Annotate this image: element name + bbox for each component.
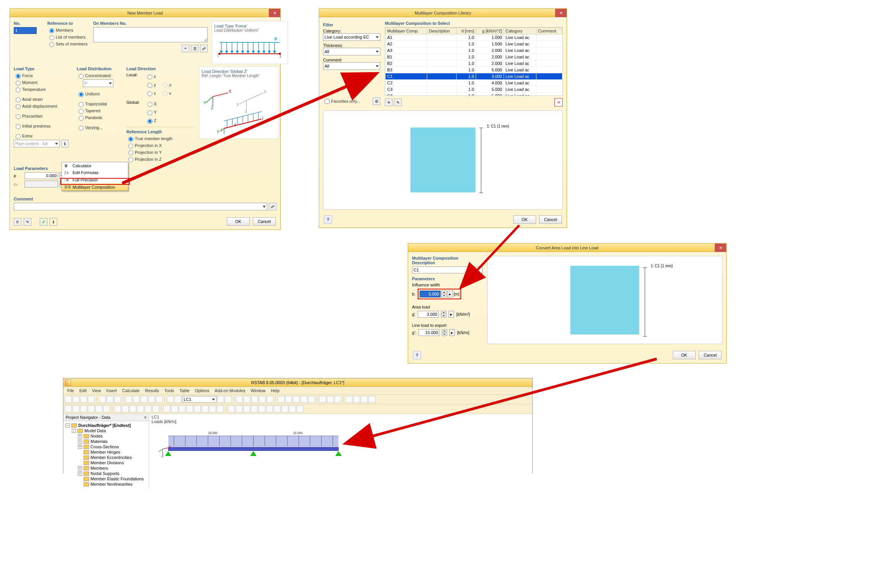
menu-options[interactable]: Options	[192, 388, 212, 394]
fav-settings-icon[interactable]: ⚙	[373, 97, 380, 105]
tool-icon[interactable]	[217, 405, 224, 412]
close-icon[interactable]: ✕	[269, 9, 280, 17]
tool-icon[interactable]	[167, 396, 174, 403]
tool-icon[interactable]	[99, 396, 106, 403]
lt-precamber-radio[interactable]	[16, 114, 21, 119]
tool-icon[interactable]	[171, 405, 178, 412]
canvas[interactable]: LC1Loads [kN/m]	[149, 414, 532, 488]
table-row[interactable]: A31.02.000Live Load ac	[386, 47, 562, 54]
pick-members-icon[interactable]: ⌖	[182, 45, 189, 52]
comment-field[interactable]	[14, 203, 267, 210]
tool-icon[interactable]	[236, 396, 243, 403]
menu-file[interactable]: File	[65, 388, 76, 394]
on-members-field[interactable]	[93, 27, 208, 42]
lt-initial-prestress-radio[interactable]	[16, 124, 21, 129]
dir-local-y-radio[interactable]	[147, 83, 152, 88]
menu-add-on-modules[interactable]: Add-on Modules	[212, 388, 247, 394]
tool-icon[interactable]	[174, 396, 181, 403]
tool-icon[interactable]	[137, 405, 144, 412]
ld-concentrated-radio[interactable]	[79, 74, 84, 79]
extra-info-icon[interactable]: ℹ	[61, 140, 69, 147]
tool-icon[interactable]	[95, 405, 102, 412]
tree-toggle[interactable]: +	[78, 472, 82, 476]
tool-icon[interactable]	[251, 405, 258, 412]
dir-local-z-radio[interactable]	[147, 91, 152, 96]
tool-icon[interactable]	[251, 396, 258, 403]
cancel-button[interactable]: Cancel	[699, 351, 722, 359]
tool-icon[interactable]	[368, 396, 375, 403]
comment-library-icon[interactable]: ☍	[269, 203, 276, 210]
library-icon[interactable]: ☍	[200, 45, 208, 52]
lt-temperature-radio[interactable]	[16, 87, 21, 92]
ref-list-radio[interactable]	[49, 35, 54, 40]
ok-button[interactable]: OK	[227, 217, 250, 226]
ok-button[interactable]: OK	[673, 351, 696, 359]
tool-icon[interactable]	[281, 405, 288, 412]
apply-icon[interactable]: ✓	[40, 218, 47, 226]
tool-icon[interactable]	[163, 405, 170, 412]
tool-icon[interactable]	[107, 396, 113, 403]
g-spinner[interactable]	[441, 311, 446, 318]
tool-icon[interactable]	[297, 405, 304, 412]
tool-icon[interactable]	[186, 405, 193, 412]
desc-field[interactable]	[412, 267, 483, 273]
ref-sets-radio[interactable]	[49, 42, 54, 47]
delete-item-icon[interactable]: ✕	[554, 98, 563, 107]
titlebar[interactable]: Multilayer Composition Library ✕	[319, 9, 567, 17]
tool-icon[interactable]	[346, 396, 352, 403]
tool-icon[interactable]	[289, 405, 296, 412]
tool-icon[interactable]	[202, 405, 208, 412]
menu-calculate[interactable]: Calculate	[120, 388, 142, 394]
tool-icon[interactable]	[73, 396, 79, 403]
table-row[interactable]: C21.04.000Live Load ac	[386, 80, 562, 86]
tree-toggle[interactable]: +	[78, 445, 82, 449]
tool-icon[interactable]	[122, 405, 129, 412]
b-field[interactable]	[420, 291, 441, 297]
g-field[interactable]	[418, 311, 439, 318]
no-field[interactable]	[14, 27, 37, 34]
titlebar[interactable]: New Member Load ✕	[10, 9, 280, 17]
tool-icon[interactable]	[80, 396, 87, 403]
tool-icon[interactable]	[179, 405, 186, 412]
ref-members-radio[interactable]	[49, 28, 54, 33]
tool-icon[interactable]	[334, 396, 341, 403]
edit-item-icon[interactable]: ✎	[394, 99, 402, 106]
ld-trapezoidal-radio[interactable]	[79, 102, 84, 107]
tool-icon[interactable]	[243, 405, 250, 412]
ld-varying-radio[interactable]	[79, 126, 84, 131]
lt-moment-radio[interactable]	[16, 81, 21, 86]
rl-projy-radio[interactable]	[128, 150, 133, 155]
tool-icon[interactable]	[308, 396, 315, 403]
info-icon[interactable]: ℹ	[50, 218, 57, 226]
tool-icon[interactable]	[278, 396, 284, 403]
extra-dropdown[interactable]: Pipe content - full	[14, 140, 60, 147]
tool-icon[interactable]	[285, 396, 292, 403]
p-field[interactable]	[24, 172, 58, 179]
tool-icon[interactable]	[152, 405, 159, 412]
gp-spinner[interactable]	[442, 329, 447, 336]
menu-results[interactable]: Results	[143, 388, 162, 394]
lt-axial-strain-radio[interactable]	[16, 97, 21, 102]
composition-table[interactable]: Multilayer Comp.Description d [mm]g [kN/…	[385, 27, 563, 96]
rl-projz-radio[interactable]	[128, 157, 133, 162]
tool-icon[interactable]	[125, 396, 132, 403]
menu-help[interactable]: Help	[269, 388, 282, 394]
tool-icon[interactable]	[114, 396, 121, 403]
tool-icon[interactable]	[145, 405, 152, 412]
app-titlebar[interactable]: RSTAB 8.05.0003 (64bit) - [Durchlaufträg…	[63, 378, 532, 387]
rl-projx-radio[interactable]	[128, 144, 133, 149]
ld-tapered-radio[interactable]	[79, 109, 84, 114]
tool-icon[interactable]	[236, 405, 242, 412]
concentrated-dropdown[interactable]: P	[83, 79, 113, 87]
menu-tools[interactable]: Tools	[162, 388, 176, 394]
tool-icon[interactable]	[148, 396, 155, 403]
tool-icon[interactable]	[225, 396, 232, 403]
tool-icon[interactable]	[319, 396, 326, 403]
b-spinner[interactable]	[441, 291, 447, 297]
tool-icon[interactable]	[274, 405, 281, 412]
close-icon[interactable]: ✕	[555, 9, 567, 17]
help-icon[interactable]: ?	[413, 351, 421, 359]
new-item-icon[interactable]: ✳	[385, 99, 393, 106]
tool-icon[interactable]	[65, 396, 72, 403]
tool-icon[interactable]	[88, 396, 95, 403]
